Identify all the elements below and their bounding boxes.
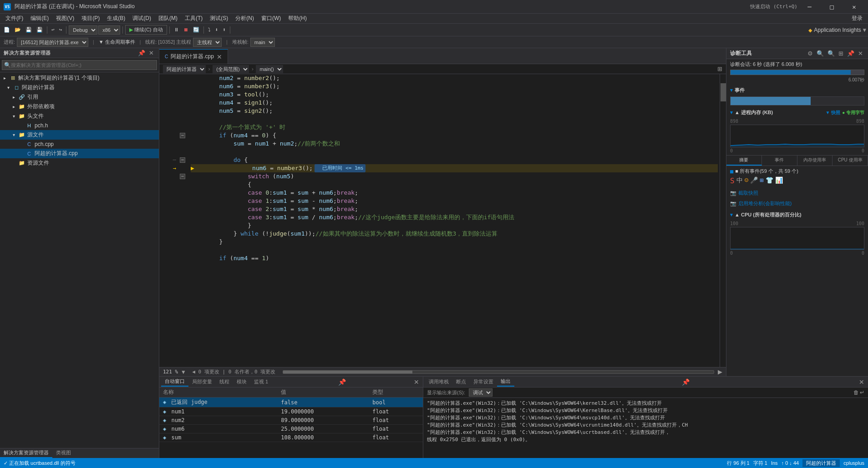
menu-edit[interactable]: 编辑(E) [27,14,52,23]
tab-output[interactable]: 输出 [497,377,514,387]
open-btn[interactable]: 📂 [13,25,23,35]
restart-btn[interactable]: 🔄 [191,25,201,35]
project-item[interactable]: ▾ ◻ 阿超的计算器 [0,83,159,92]
save-btn[interactable]: 💾 [24,25,34,35]
table-row-1[interactable]: ◈ num1 19.0000000 float [159,408,423,416]
heap-analysis-btn[interactable]: 📷 启用堆分析(会影响性能) [730,199,864,208]
diag-settings-btn[interactable]: ⚙ [806,50,814,57]
tab-class-view[interactable]: 类视图 [52,448,75,458]
tab-watch1[interactable]: 监视 1 [250,377,272,386]
stop-btn[interactable]: ⏹ [182,25,190,35]
ai-dropdown-icon[interactable]: ▼ [863,27,866,33]
sidebar-close-btn[interactable]: ✕ [147,49,155,57]
thread-select[interactable]: 主线程 [193,38,222,47]
code-gutter[interactable]: ─ ─ ─ [180,74,189,367]
file-select[interactable]: 阿超的计算器 [163,65,206,73]
pause-btn[interactable]: ⏸ [172,25,181,35]
resource-folder[interactable]: 📁 资源文件 [0,158,159,168]
menu-view[interactable]: 视图(V) [52,14,78,23]
menu-debug[interactable]: 调试(D) [129,14,155,23]
menu-build[interactable]: 生成(B) [103,14,129,23]
tab-cpu[interactable]: CPU 使用率 [832,156,868,166]
output-source-select[interactable]: 调试 [469,388,492,397]
fold-do-icon[interactable]: ─ [180,157,185,163]
hscroll-thumb[interactable] [283,371,412,373]
tab-exceptions[interactable]: 异常设置 [470,377,497,386]
pch-h-item[interactable]: H pch.h [0,121,159,130]
menu-analyze[interactable]: 分析(N) [232,14,258,23]
diag-zoom-out-btn[interactable]: 🔍 [826,50,836,57]
function-select[interactable]: main() [256,65,283,73]
scrollbar-thumb[interactable] [721,83,726,101]
tab-close-btn[interactable]: ✕ [217,53,222,60]
undo-btn[interactable]: ↩ [50,25,56,35]
gutter-fold-do[interactable]: ─ [180,156,189,164]
tab-breakpoints[interactable]: 断点 [452,377,470,386]
menu-help[interactable]: 帮助(H) [284,14,310,23]
minimize-btn[interactable]: ─ [799,0,820,14]
new-file-btn[interactable]: 📄 [2,25,12,35]
editor-scrollbar[interactable] [720,74,726,367]
source-folder[interactable]: ▾ 📁 源文件 [0,130,159,140]
diag-zoom-in-btn[interactable]: 🔍 [815,50,825,57]
close-btn[interactable]: ✕ [844,0,864,14]
table-row-3[interactable]: ◈ num6 25.0000000 float [159,425,423,433]
tab-summary[interactable]: 摘要 [726,156,762,166]
zoom-dropdown[interactable]: ▼ [182,369,185,375]
tab-callstack[interactable]: 调用堆栈 [425,377,452,386]
expand-editor-btn[interactable]: ⊞ [717,65,722,72]
save-all-btn[interactable]: 💾 [35,25,45,35]
gutter-fold-switch[interactable]: ─ [180,172,189,181]
continue-btn[interactable]: ▶ 继续(C) 自动 [125,25,167,35]
horizontal-scrollbar[interactable] [283,370,714,374]
auto-close-btn[interactable]: ✕ [412,378,421,386]
tab-auto[interactable]: 自动窗口 [161,377,188,387]
tab-solution-explorer[interactable]: 解决方案资源管理器 [0,448,52,458]
tab-memory[interactable]: 内存使用率 [797,156,833,166]
platform-select[interactable]: x86 [98,25,120,35]
debug-config-select[interactable]: Debug [69,25,97,35]
code-content[interactable]: num2 = number2(); num6 = number3(); num3… [189,74,720,367]
main-cpp-item[interactable]: C 阿超的计算器.cpp [0,149,159,158]
step-into-btn[interactable]: ⬇ [213,25,220,35]
tab-events[interactable]: 事件 [762,156,797,166]
pch-cpp-item[interactable]: C pch.cpp [0,140,159,149]
output-content[interactable]: "阿超的计算器.exe"(Win32)：已加载 'C:\Windows\SysW… [423,398,868,458]
sidebar-dock-btn[interactable]: 📌 [137,49,147,57]
references-item[interactable]: ▸ 🔗 引用 [0,92,159,102]
tab-locals[interactable]: 局部变量 [188,377,216,386]
table-row-0[interactable]: ◈ 已返回 judge false bool [159,398,423,408]
signin-btn[interactable]: 登录 [848,14,866,22]
lifecycle-label[interactable]: ▼ 生命周期事件 [99,39,135,45]
menu-test[interactable]: 测试(S) [206,14,232,23]
step-out-btn[interactable]: ⬆ [221,25,228,35]
stack-select[interactable]: main [250,38,275,47]
output-close-btn[interactable]: ✕ [857,378,866,386]
headers-folder[interactable]: ▾ 📁 头文件 [0,111,159,121]
tab-threads[interactable]: 线程 [216,377,233,386]
scope-select[interactable]: (全局范围) [213,65,249,73]
menu-team[interactable]: 团队(M) [155,14,181,23]
diag-pin-btn[interactable]: 📌 [846,50,856,57]
menu-file[interactable]: 文件(F) [2,14,27,23]
solution-item[interactable]: ▸ ⊞ 解决方案'阿超的计算器'(1 个项目) [0,73,159,83]
search-input[interactable] [11,62,155,68]
menu-project[interactable]: 项目(P) [78,14,103,23]
table-row-4[interactable]: ◈ sum 108.000000 float [159,433,423,442]
step-over-btn[interactable]: ⤵ [206,25,213,35]
maximize-btn[interactable]: □ [822,0,842,14]
diag-close-btn[interactable]: ✕ [857,50,864,57]
scroll-right-btn[interactable]: ▶ [718,368,722,375]
output-pin-btn[interactable]: 📌 [680,378,691,386]
table-row-2[interactable]: ◈ num2 89.0000000 float [159,416,423,425]
auto-pin-btn[interactable]: 📌 [336,378,348,386]
gutter-fold-if[interactable]: ─ [180,131,189,140]
snapshot-btn[interactable]: 📷 截取快照 [730,189,864,197]
redo-btn[interactable]: ↪ [57,25,64,35]
tab-modules[interactable]: 模块 [233,377,250,386]
fold-icon[interactable]: ─ [180,133,185,138]
tab-main-cpp[interactable]: C 阿超的计算器.cpp ✕ [159,49,228,64]
menu-window[interactable]: 窗口(W) [258,14,284,23]
process-select[interactable]: [16512] 阿超的计算器.exe [17,38,88,47]
external-deps-item[interactable]: ▸ 📁 外部依赖项 [0,102,159,111]
